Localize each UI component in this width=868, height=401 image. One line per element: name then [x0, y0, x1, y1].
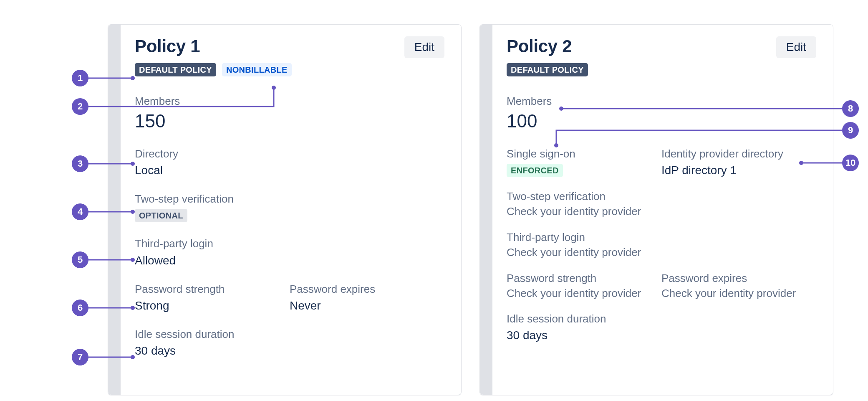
- twostep-label: Two-step verification: [135, 193, 444, 206]
- twostep-label: Two-step verification: [507, 190, 816, 203]
- password-expires-label: Password expires: [290, 283, 444, 296]
- edit-button[interactable]: Edit: [404, 36, 444, 58]
- idle-session-label: Idle session duration: [135, 328, 444, 341]
- annotation-marker-9: 9: [842, 122, 859, 139]
- policy-card-1: Policy 1 Edit DEFAULT POLICY NONBILLABLE…: [108, 24, 462, 395]
- idle-session-value: 30 days: [507, 328, 816, 343]
- directory-label: Directory: [135, 147, 444, 160]
- password-strength-value: Check your identity provider: [507, 287, 661, 300]
- idp-directory-label: Identity provider directory: [661, 147, 816, 160]
- card-accent: [480, 25, 492, 395]
- members-value: 100: [507, 110, 816, 132]
- policy-title: Policy 2: [507, 36, 572, 56]
- policy-title: Policy 1: [135, 36, 200, 56]
- members-label: Members: [507, 95, 816, 108]
- password-expires-value: Never: [290, 298, 444, 313]
- annotation-marker-5: 5: [72, 251, 88, 268]
- idle-session-value: 30 days: [135, 343, 444, 358]
- thirdparty-value: Check your identity provider: [507, 246, 816, 259]
- password-expires-label: Password expires: [661, 272, 816, 285]
- password-strength-label: Password strength: [507, 272, 661, 285]
- members-label: Members: [135, 95, 444, 108]
- card-accent: [108, 25, 121, 395]
- thirdparty-label: Third-party login: [507, 231, 816, 244]
- idle-session-label: Idle session duration: [507, 312, 816, 325]
- password-strength-value: Strong: [135, 298, 290, 313]
- annotation-marker-3: 3: [72, 155, 88, 172]
- thirdparty-value: Allowed: [135, 253, 444, 268]
- directory-value: Local: [135, 163, 444, 178]
- annotation-marker-8: 8: [842, 100, 859, 117]
- idp-directory-value: IdP directory 1: [661, 163, 816, 178]
- sso-badge: ENFORCED: [507, 164, 563, 177]
- password-strength-label: Password strength: [135, 283, 290, 296]
- twostep-value: Check your identity provider: [507, 205, 816, 218]
- sso-label: Single sign-on: [507, 147, 661, 160]
- annotation-marker-7: 7: [72, 349, 88, 365]
- policy-card-2: Policy 2 Edit DEFAULT POLICY Members 100…: [479, 24, 833, 395]
- annotation-marker-2: 2: [72, 98, 88, 115]
- edit-button[interactable]: Edit: [776, 36, 816, 58]
- members-value: 150: [135, 110, 444, 132]
- annotation-marker-10: 10: [842, 155, 859, 171]
- twostep-badge: OPTIONAL: [135, 209, 187, 222]
- annotation-marker-4: 4: [72, 203, 88, 220]
- annotation-marker-1: 1: [72, 70, 88, 86]
- password-expires-value: Check your identity provider: [661, 287, 816, 300]
- nonbillable-badge: NONBILLABLE: [222, 63, 292, 76]
- thirdparty-label: Third-party login: [135, 237, 444, 250]
- annotation-marker-6: 6: [72, 299, 88, 316]
- default-policy-badge: DEFAULT POLICY: [135, 63, 216, 76]
- default-policy-badge: DEFAULT POLICY: [507, 63, 588, 76]
